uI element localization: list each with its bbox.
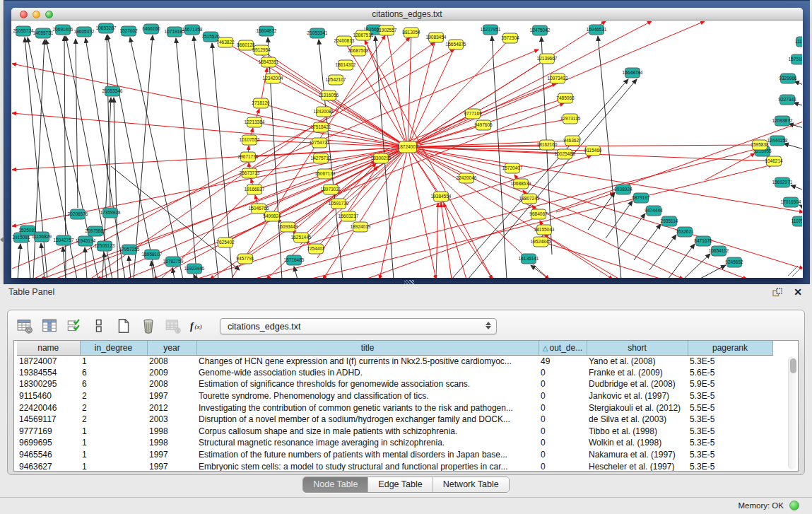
table-cell[interactable]: 18724007 — [17, 355, 80, 367]
divider-collapse-arrow[interactable] — [0, 236, 4, 243]
table-cell[interactable]: 5.3E-5 — [688, 355, 772, 367]
table-cell[interactable]: 0 — [539, 367, 587, 379]
memory-status-indicator[interactable] — [789, 501, 799, 510]
table-selector-dropdown[interactable]: citations_edges.txt — [220, 318, 497, 334]
show-columns-icon[interactable] — [41, 317, 58, 334]
table-cell[interactable]: Embryonic stem cells: a model to study s… — [196, 460, 539, 472]
table-cell[interactable]: 0 — [539, 414, 587, 426]
table-cell[interactable]: 6 — [80, 378, 147, 390]
table-cell[interactable]: Structural magnetic resonance image aver… — [196, 437, 539, 449]
table-cell[interactable]: 2008 — [147, 355, 196, 367]
table-cell[interactable]: 5.3E-5 — [688, 460, 772, 472]
table-cell[interactable]: 0 — [539, 390, 587, 402]
column-header-name[interactable]: name — [17, 341, 80, 355]
table-cell[interactable]: 1 — [80, 355, 147, 367]
table-cell[interactable]: 14569117 — [17, 414, 80, 426]
table-row[interactable]: 977716911998Corpus callosum shape and si… — [17, 426, 772, 438]
table-scrollbar[interactable] — [788, 356, 796, 469]
column-header-in-degree[interactable]: in_degree — [80, 341, 147, 355]
table-cell[interactable]: Yano et al. (2008) — [587, 355, 688, 367]
table-cell[interactable]: Investigating the contribution of common… — [196, 402, 539, 414]
network-graph[interactable]: 2105572414055731206914061860537210653287… — [12, 21, 802, 278]
table-cell[interactable]: Franke et al. (2009) — [587, 367, 688, 379]
table-cell[interactable]: 5.9E-5 — [688, 378, 772, 390]
table-cell[interactable]: Changes of HCN gene expression and I(f) … — [196, 355, 539, 367]
table-cell[interactable]: 0 — [539, 437, 587, 449]
table-mode-icon[interactable] — [16, 317, 33, 334]
table-cell[interactable]: 1 — [80, 449, 147, 461]
table-row[interactable]: 1456911722003Disruption of a novel membe… — [17, 414, 772, 426]
table-cell[interactable]: 5.3E-5 — [688, 390, 772, 402]
table-cell[interactable]: 19384554 — [17, 367, 80, 379]
table-cell[interactable]: 9699695 — [17, 437, 80, 449]
table-cell[interactable]: 2 — [80, 390, 147, 402]
table-cell[interactable]: 1998 — [147, 437, 196, 449]
table-cell[interactable]: 0 — [539, 402, 587, 414]
tab-node-table[interactable]: Node Table — [303, 477, 367, 492]
new-document-icon[interactable] — [115, 317, 132, 334]
table-cell[interactable]: 5.6E-5 — [688, 367, 772, 379]
table-row[interactable]: 946362711997Embryonic stem cells: a mode… — [17, 460, 772, 472]
table-cell[interactable]: de Silva et al. (2003) — [587, 414, 688, 426]
table-cell[interactable]: 1 — [80, 426, 147, 438]
table-cell[interactable]: Genome-wide association studies in ADHD. — [196, 367, 539, 379]
table-cell[interactable]: 1 — [80, 460, 147, 472]
table-cell[interactable]: 5.3E-5 — [688, 414, 772, 426]
table-row[interactable]: 1830029562008Estimation of significance … — [17, 378, 772, 390]
table-cell[interactable]: 0 — [539, 378, 587, 390]
column-header-short[interactable]: short — [587, 341, 688, 355]
column-header-out-degree[interactable]: △out_de... — [539, 341, 587, 355]
table-cell[interactable]: Stergiakouli et al. (2012) — [587, 402, 688, 414]
table-cell[interactable]: 0 — [539, 449, 587, 461]
table-cell[interactable]: 9463627 — [17, 460, 80, 472]
table-cell[interactable]: 1997 — [147, 460, 196, 472]
table-cell[interactable]: 5.3E-5 — [688, 449, 772, 461]
table-row[interactable]: 1872400712008Changes of HCN gene express… — [17, 355, 772, 367]
table-cell[interactable]: Estimation of significance thresholds fo… — [196, 378, 539, 390]
table-cell[interactable]: 49 — [539, 355, 587, 367]
function-builder-icon[interactable]: f(x) — [189, 317, 206, 334]
table-cell[interactable]: 1997 — [147, 390, 196, 402]
table-cell[interactable]: Tourette syndrome. Phenomenology and cla… — [196, 390, 539, 402]
table-row[interactable]: 969969511998Structural magnetic resonanc… — [17, 437, 772, 449]
table-cell[interactable]: Tibbo et al. (1998) — [587, 426, 688, 438]
column-header-pagerank[interactable]: pagerank — [688, 341, 772, 355]
table-cell[interactable]: Hescheler et al. (1997) — [587, 460, 688, 472]
tab-edge-table[interactable]: Edge Table — [367, 477, 432, 492]
table-row[interactable]: 911546021997Tourette syndrome. Phenomeno… — [17, 390, 772, 402]
table-cell[interactable]: 1 — [80, 437, 147, 449]
table-cell[interactable]: 0 — [539, 460, 587, 472]
table-cell[interactable]: 2012 — [147, 402, 196, 414]
network-window-titlebar[interactable]: citations_edges.txt — [11, 8, 803, 21]
tab-network-table[interactable]: Network Table — [433, 477, 509, 492]
table-cell[interactable]: Corpus callosum shape and size in male p… — [196, 426, 539, 438]
table-cell[interactable]: 2003 — [147, 414, 196, 426]
table-cell[interactable]: Disruption of a novel member of a sodium… — [196, 414, 539, 426]
table-cell[interactable]: Jankovic et al. (1997) — [587, 390, 688, 402]
table-cell[interactable]: 0 — [539, 426, 587, 438]
resize-grip[interactable] — [788, 266, 800, 276]
table-cell[interactable]: 5.3E-5 — [688, 437, 772, 449]
table-row[interactable]: 1938455462009Genome-wide association stu… — [17, 367, 772, 379]
table-cell[interactable]: 9777169 — [17, 426, 80, 438]
column-header-title[interactable]: title — [196, 341, 539, 355]
close-panel-icon[interactable]: ✕ — [794, 286, 802, 298]
table-row[interactable]: 2242004622012Investigating the contribut… — [17, 402, 772, 414]
table-cell[interactable]: 2008 — [147, 378, 196, 390]
table-cell[interactable]: Wolkin et al. (1998) — [587, 437, 688, 449]
column-header-year[interactable]: year — [147, 341, 196, 355]
stack-icon[interactable] — [90, 317, 107, 334]
table-scrollbar-thumb[interactable] — [790, 358, 796, 373]
table-cell[interactable]: 2 — [80, 402, 147, 414]
table-cell[interactable]: Dudbridge et al. (2008) — [587, 378, 688, 390]
table-cell[interactable]: 1998 — [147, 426, 196, 438]
table-cell[interactable]: 2 — [80, 414, 147, 426]
float-panel-icon[interactable] — [772, 288, 782, 297]
table-cell[interactable]: 5.5E-5 — [688, 402, 772, 414]
network-window[interactable]: citations_edges.txt 21055724140557312069… — [11, 8, 803, 278]
table-cell[interactable]: 22420046 — [17, 402, 80, 414]
delete-icon[interactable] — [140, 317, 157, 334]
table-cell[interactable]: 1997 — [147, 449, 196, 461]
table-cell[interactable]: Estimation of the future numbers of pati… — [196, 449, 539, 461]
table-cell[interactable]: Nakamura et al. (1997) — [587, 449, 688, 461]
